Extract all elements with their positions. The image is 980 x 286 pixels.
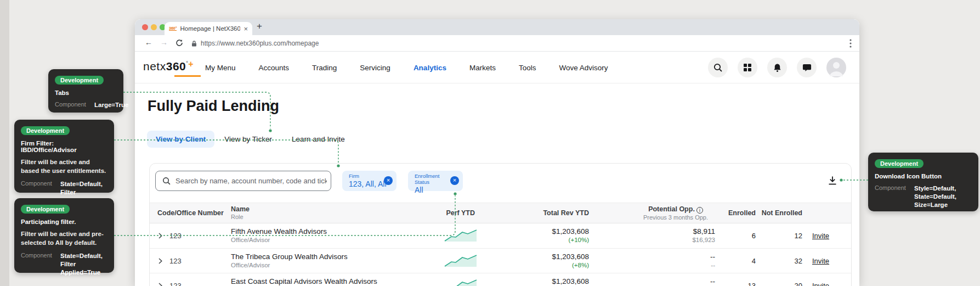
nav-item-tools[interactable]: Tools [519,64,536,72]
invite-link[interactable]: Invite [812,223,829,248]
tab-learn-and-invite[interactable]: Learn and Invite [282,131,355,148]
tab-close-icon[interactable]: × [243,25,248,33]
row-code: 123 [169,232,182,240]
filter-chip-enrollment-status[interactable]: Enrollment Status All × [408,171,463,191]
new-tab-button[interactable]: + [257,21,262,32]
row-name: East Coast Capital Advisors Wealth Advis… [231,277,377,285]
filter-chip-firm[interactable]: Firm 123, All, All × [342,171,396,191]
search-input[interactable] [174,171,328,190]
tab-view-by-ticker[interactable]: View by Ticker [214,131,282,148]
notifications-bell-icon[interactable] [767,58,787,77]
potential-opp-value: -- [632,277,715,285]
total-rev-value: $1,203,608 [501,277,589,285]
row-expand-chevron-icon[interactable] [158,233,162,239]
table-row[interactable]: 123 The Tribeca Group Wealth Advisors Of… [150,248,851,273]
component-value: Style=Default, State=Default, Size=Large [914,184,972,209]
table-row[interactable]: 123 Fifth Avenue Wealth Advisors Office/… [150,223,851,248]
tab-view-by-client[interactable]: View by Client [147,131,214,148]
nav-item-accounts[interactable]: Accounts [259,64,290,72]
table-body: 123 Fifth Avenue Wealth Advisors Office/… [150,223,851,286]
site-favicon-icon: 360° [169,26,177,31]
browser-toolbar: ← → https://www.netx360plus.com/homepage [135,35,859,52]
download-icon[interactable] [827,175,839,187]
nav-item-trading[interactable]: Trading [312,64,337,72]
header-name: Name Role [231,205,250,220]
total-rev-value: $1,203,608 [501,253,589,261]
development-badge: Development [55,76,104,85]
row-role: Office/Advisor [231,262,348,268]
development-badge: Development [21,126,70,135]
browser-window: 360° Homepage | NetX360+ × + ← → https:/… [135,19,859,286]
browser-menu-icon[interactable] [849,39,852,50]
nav-item-analytics[interactable]: Analytics [413,64,446,72]
callout-title: Participating filter. [21,218,107,225]
total-rev-value: $1,203,608 [501,227,589,235]
app-navigation-bar: netx360°+ My Menu Accounts Trading Servi… [135,52,859,83]
search-input-icon [162,176,171,186]
nav-item-wove-advisory[interactable]: Wove Advisory [559,64,608,72]
enrolled-count: 6 [720,223,756,248]
nav-items: My Menu Accounts Trading Servicing Analy… [205,52,608,83]
reload-button[interactable] [175,39,183,49]
chip-firm-remove-icon[interactable]: × [384,176,393,185]
potential-opp-value: $8,911 [632,227,715,235]
component-value: Large=True [94,101,128,109]
header-icon-buttons [708,58,846,77]
logo-underline [174,75,201,77]
lock-icon [191,40,197,49]
page-title: Fully Paid Lending [148,98,279,115]
browser-tab-strip: 360° Homepage | NetX360+ × + [135,19,859,35]
perf-sparkline [444,278,479,286]
nav-item-my-menu[interactable]: My Menu [205,64,236,72]
invite-link[interactable]: Invite [812,273,829,286]
search-icon[interactable] [708,58,728,77]
dev-callout-participating-filter: Development Participating filter. Filter… [14,198,114,273]
chip-enrollment-remove-icon[interactable]: × [450,176,459,185]
header-enrolled: Enrolled [698,209,756,217]
chip-firm-value: 123, All, All [349,180,381,188]
component-value: State=Default, Filter Applied=True [60,252,107,277]
header-perf-ytd: Perf YTD [402,209,475,217]
address-bar[interactable]: https://www.netx360plus.com/homepage [201,40,319,47]
header-not-enrolled: Not Enrolled [756,209,802,217]
window-close-button[interactable] [142,24,148,30]
component-label: Component [55,101,89,109]
row-name: Fifth Avenue Wealth Advisors [231,227,327,235]
profile-avatar[interactable] [826,58,846,77]
row-expand-chevron-icon[interactable] [158,283,162,286]
header-total-rev-ytd: Total Rev YTD [501,209,589,217]
back-button[interactable]: ← [145,38,152,47]
row-expand-chevron-icon[interactable] [158,258,162,264]
window-minimize-button[interactable] [151,24,157,30]
perf-sparkline [444,228,479,245]
messages-icon[interactable] [797,58,817,77]
nav-item-markets[interactable]: Markets [469,64,496,72]
invite-link[interactable]: Invite [812,249,829,273]
callout-title: Firm Filter: IBD/Office/Advisor [21,140,107,153]
view-tabs: View by Client View by Ticker Learn and … [147,131,355,148]
results-card: Firm 123, All, All × Enrollment Status A… [149,163,852,286]
callout-title: Tabs [55,89,117,96]
potential-prev-value: $16,923 [632,237,715,243]
apps-grid-icon[interactable] [738,58,757,77]
header-code-office-number: Code/Office Number [157,209,224,217]
enrolled-count: 4 [720,249,756,273]
component-label: Component [875,184,909,209]
design-canvas: 360° Homepage | NetX360+ × + ← → https:/… [0,0,980,286]
rev-change: (+10%) [501,237,589,243]
page-content: netx360°+ My Menu Accounts Trading Servi… [135,52,859,286]
table-row[interactable]: 123 East Coast Capital Advisors Wealth A… [150,273,851,286]
chip-enrollment-value: All [415,186,447,194]
potential-opp-value: -- [632,253,715,261]
potential-prev-value: -- [632,262,715,268]
search-box [155,171,331,191]
netx360-logo[interactable]: netx360°+ [143,59,194,73]
not-enrolled-count: 20 [767,273,802,286]
forward-button[interactable]: → [160,38,168,47]
callout-body: Filter will be active and pre-selected t… [21,230,107,247]
browser-tab[interactable]: 360° Homepage | NetX360+ × [165,22,252,35]
nav-item-servicing[interactable]: Servicing [360,64,390,72]
callout-body: Filter will be active and based the user… [21,158,107,175]
table-header: Code/Office Number Name Role Perf YTD To… [150,203,851,223]
dev-callout-download-button: Development Download Icon Button Compone… [868,153,978,211]
